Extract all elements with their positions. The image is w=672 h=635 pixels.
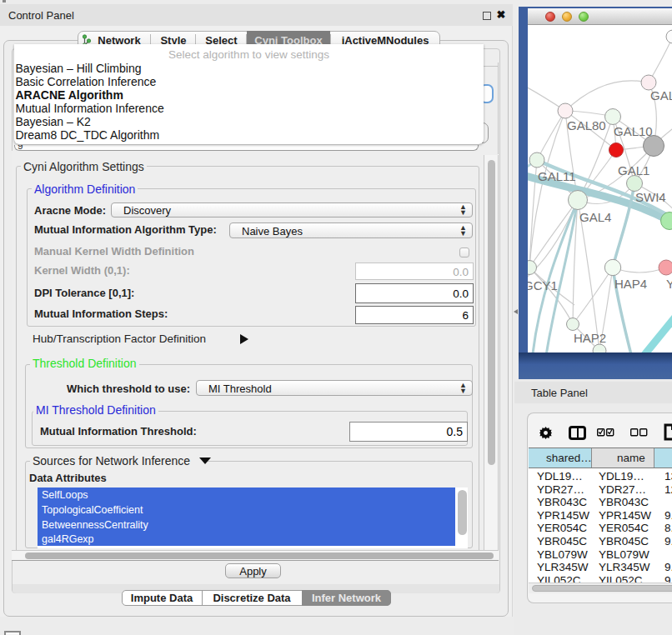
svg-text:GAL10: GAL10 bbox=[614, 124, 653, 138]
svg-text:Y: Y bbox=[666, 277, 672, 291]
svg-text:HAP4: HAP4 bbox=[614, 277, 647, 291]
svg-text:SWI4: SWI4 bbox=[635, 190, 666, 204]
svg-text:GAL11: GAL11 bbox=[538, 169, 576, 183]
svg-text:GAL4: GAL4 bbox=[579, 210, 611, 224]
svg-text:GAL7: GAL7 bbox=[650, 88, 672, 102]
svg-text:GCY1: GCY1 bbox=[528, 278, 558, 292]
svg-text:GAL1: GAL1 bbox=[618, 163, 649, 178]
svg-text:GAL80: GAL80 bbox=[567, 118, 606, 132]
svg-text:HAP2: HAP2 bbox=[574, 331, 606, 345]
